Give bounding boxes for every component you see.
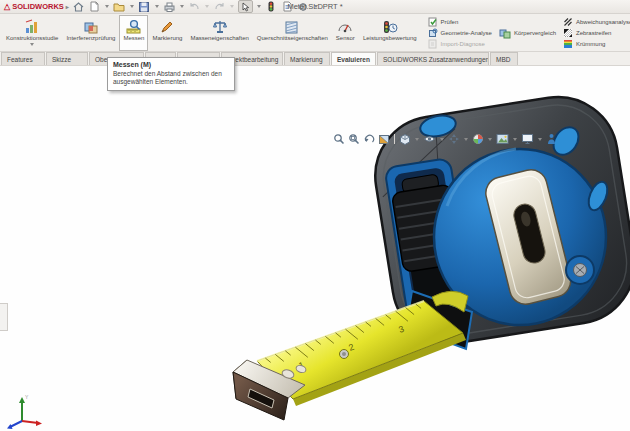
print-icon[interactable] [163,1,176,12]
mass-properties-icon [212,18,228,35]
display-style-icon[interactable] [399,133,411,145]
performance-evaluation-icon [382,18,398,35]
stack-item-label: Import-Diagnose [441,41,485,47]
edit-appearance-caret[interactable] [488,138,492,141]
file-properties-icon[interactable] [281,1,294,12]
button-section-properties[interactable]: Querschnittseigenschaften [253,15,332,51]
tab-evaluate[interactable]: Evaluieren [331,52,376,65]
measure-icon [126,18,142,35]
button-import-diagnostics[interactable]: Import-Diagnose [428,39,492,49]
save-caret[interactable] [155,5,159,8]
button-label: Masseneigenschaften [190,35,248,41]
rebuild-traffic-light-icon[interactable] [265,1,278,12]
button-label: Markierung [152,35,182,41]
button-mass-properties[interactable]: Masseneigenschaften [186,15,252,51]
design-study-flyout-caret[interactable] [30,43,34,46]
stack-item-label: Geometrie-Analyse [441,30,492,36]
tab-mbd[interactable]: MBD [490,52,518,65]
view-settings-icon[interactable] [521,133,534,145]
heads-up-view-toolbar [333,133,557,145]
edit-appearance-icon[interactable] [472,133,484,145]
new-document-caret[interactable] [105,5,109,8]
zoom-to-fit-icon[interactable] [333,133,345,145]
solidworks-logo[interactable]: △ SOLIDWORKS ▸ [4,2,69,11]
home-icon[interactable] [72,1,85,12]
deviation-group: Abweichungsanalyse Zebrastreifen Krümmun… [560,15,630,51]
button-design-study[interactable]: Konstruktionsstudie [2,15,62,51]
button-markup[interactable]: Markierung [148,15,186,51]
button-label: Querschnittseigenschaften [257,35,328,41]
sensor-icon [337,18,353,35]
button-interference-check[interactable]: Interferenzprüfung [62,15,119,51]
markup-icon [159,18,175,35]
view-orientation-icon[interactable] [448,133,460,145]
tooltip-body: Berechnet den Abstand zwischen den ausge… [113,70,229,86]
solidworks-logo-text: SOLIDWORKS [12,2,64,11]
open-caret[interactable] [130,5,134,8]
open-icon[interactable] [113,1,126,12]
3d-drawing-view-icon[interactable] [546,133,557,145]
tab-markup[interactable]: Markierung [284,52,330,65]
button-compare-bodies[interactable]: Körpervergleich [495,15,560,51]
feature-manager-collapsed-tab[interactable] [0,303,8,331]
section-properties-icon [284,18,300,35]
new-document-icon[interactable] [88,1,101,12]
previous-view-icon[interactable] [363,133,375,145]
stack-item-label: Abweichungsanalyse [576,19,630,25]
design-study-icon [24,18,40,35]
button-curvature[interactable]: Krümmung [563,39,630,49]
section-view-icon[interactable] [378,133,390,145]
single-button-label: Körpervergleich [514,30,556,36]
roller-screw [566,256,594,284]
button-sensor[interactable]: Sensor [332,15,359,51]
button-label: Konstruktionsstudie [6,35,58,41]
button-deviation-analysis[interactable]: Abweichungsanalyse [563,17,630,27]
origin-triad: Y [7,394,42,429]
print-caret[interactable] [180,5,184,8]
save-icon[interactable] [138,1,151,12]
inspect-group: Prüfen Geometrie-Analyse Import-Diagnose [425,15,495,51]
tab-features[interactable]: Features [1,52,45,65]
button-geometry-analysis[interactable]: Geometrie-Analyse [428,28,492,38]
logo-expand-arrow-icon: ▸ [66,3,69,10]
apply-scene-icon[interactable] [496,133,509,145]
undo-caret[interactable] [205,5,209,8]
button-label: Interferenzprüfung [66,35,115,41]
button-performance-evaluation[interactable]: Leistungsbewertung [359,15,421,51]
view-orientation-caret[interactable] [464,138,468,141]
svg-text:Y: Y [25,394,29,400]
stack-item-label: Krümmung [576,41,605,47]
button-measure[interactable]: Messen [119,15,148,51]
tape-measure-model: 3 2 1 [0,66,630,431]
view-settings-caret[interactable] [538,138,542,141]
measure-tooltip: Messen (M) Berechnet den Abstand zwische… [107,57,235,91]
title-bar: △ SOLIDWORKS ▸ [0,0,630,14]
button-zebra-stripes[interactable]: Zebrastreifen [563,28,630,38]
hide-show-items-icon[interactable] [423,133,436,145]
options-caret[interactable] [314,5,318,8]
tab-solidworks-addins[interactable]: SOLIDWORKS Zusatzanwendungen [377,52,489,65]
redo-caret[interactable] [230,5,234,8]
undo-icon[interactable] [188,1,201,12]
button-check[interactable]: Prüfen [428,17,492,27]
button-label: Sensor [336,35,355,41]
hide-show-caret[interactable] [440,138,444,141]
apply-scene-caret[interactable] [513,138,517,141]
tooltip-title: Messen (M) [113,61,229,68]
display-style-caret[interactable] [415,138,419,141]
command-manager: Konstruktionsstudie Interferenzprüfung M… [0,14,630,52]
stack-item-label: Zebrastreifen [576,30,611,36]
options-gear-icon[interactable] [297,1,310,12]
select-arrow-caret[interactable] [257,5,261,8]
button-label: Messen [123,35,144,41]
hud-separator [394,134,395,144]
select-arrow-icon[interactable] [238,0,253,13]
graphics-viewport[interactable]: 3 2 1 [0,66,630,431]
solidworks-window: △ SOLIDWORKS ▸ [0,0,630,431]
zoom-to-area-icon[interactable] [348,133,360,145]
interference-check-icon [83,18,99,35]
button-label: Leistungsbewertung [363,35,417,41]
tab-sketch[interactable]: Skizze [46,52,88,65]
command-manager-tabs: Features Skizze Oberflächen Blech Schwei… [0,52,630,66]
redo-icon[interactable] [213,1,226,12]
